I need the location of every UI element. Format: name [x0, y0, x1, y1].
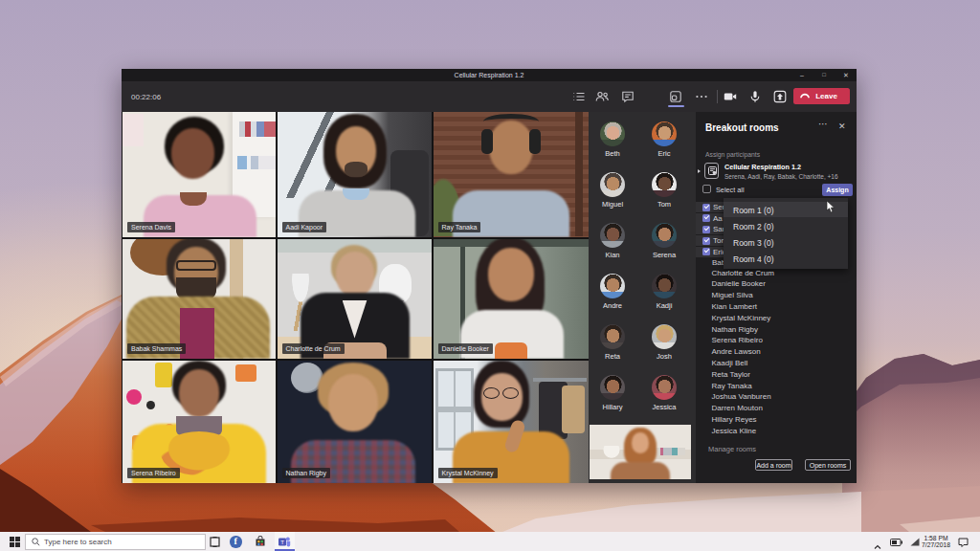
- svg-text:T: T: [280, 540, 284, 545]
